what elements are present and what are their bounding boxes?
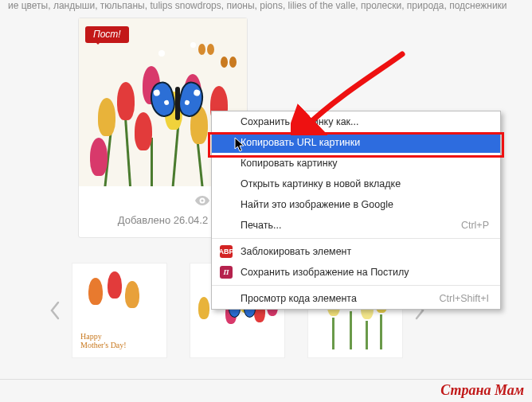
ctx-abp-block[interactable]: ABP Заблокировать элемент: [212, 241, 500, 262]
ctx-save-image-as[interactable]: Сохранить картинку как...: [212, 111, 500, 132]
butterfly-decor: [149, 82, 205, 125]
ctx-separator: [212, 285, 500, 286]
ctx-separator: [212, 238, 500, 239]
post-badge[interactable]: Пост!: [85, 26, 129, 43]
context-menu: Сохранить картинку как... Копировать URL…: [211, 111, 501, 310]
views-icon: [195, 196, 209, 205]
ctx-postila-save[interactable]: П Сохранить изображение на Постилу: [212, 262, 500, 283]
ctx-copy-image[interactable]: Копировать картинку: [212, 153, 500, 174]
divider: [0, 379, 532, 380]
ctx-print[interactable]: Печать...Ctrl+P: [212, 215, 500, 236]
thumbnail[interactable]: Happy Mother's Day!: [72, 263, 167, 358]
site-watermark: Страна Мам: [440, 382, 524, 399]
ctx-search-google-image[interactable]: Найти это изображение в Google: [212, 194, 500, 215]
svg-point-0: [201, 199, 203, 201]
ctx-open-image-new-tab[interactable]: Открыть картинку в новой вкладке: [212, 174, 500, 194]
abp-icon: ABP: [220, 245, 233, 258]
postila-icon: П: [220, 266, 233, 279]
tags-line: ие цветы, ландыши, тюльпаны, tulips snow…: [0, 0, 532, 14]
carousel-prev[interactable]: [46, 295, 64, 326]
ctx-copy-image-url[interactable]: Копировать URL картинки: [212, 132, 500, 153]
ctx-inspect[interactable]: Просмотр кода элементаCtrl+Shift+I: [212, 288, 500, 309]
